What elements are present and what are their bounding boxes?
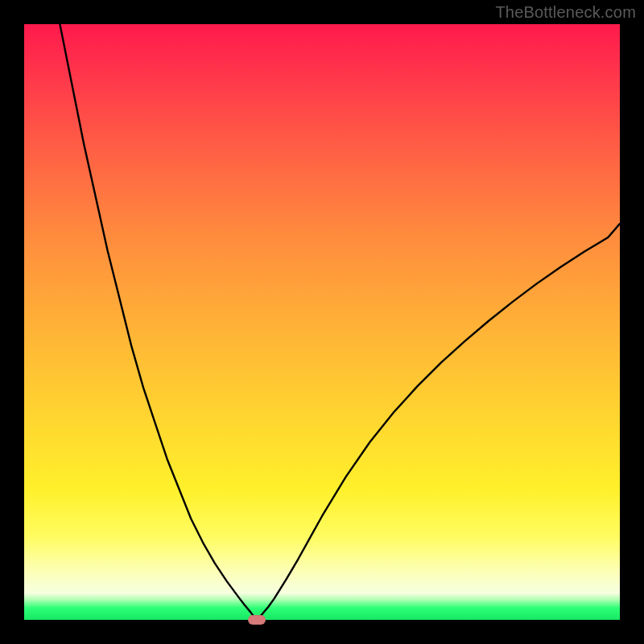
chart-frame: TheBottleneck.com [0, 0, 644, 644]
curve-path [60, 24, 620, 620]
optimal-marker [248, 615, 266, 625]
chart-plot-area [24, 24, 620, 620]
bottleneck-curve [24, 24, 620, 620]
watermark-text: TheBottleneck.com [495, 3, 636, 22]
